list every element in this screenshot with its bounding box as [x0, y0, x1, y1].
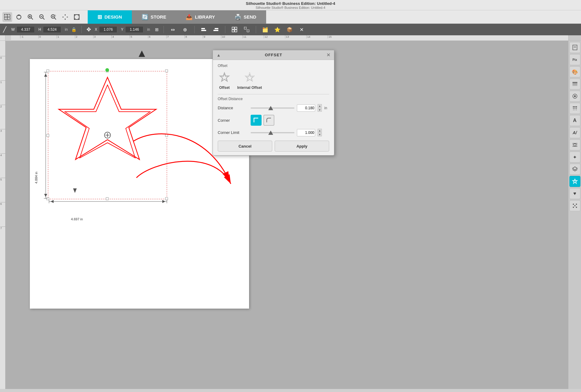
- svg-line-10: [43, 18, 45, 19]
- tab-library[interactable]: 📤 LIBRARY: [176, 10, 225, 24]
- offset-panel-header: ▲ OFFSET ✕: [213, 50, 334, 60]
- select-tool-button[interactable]: [2, 12, 12, 22]
- sidebar-adjust-button[interactable]: [569, 139, 580, 150]
- tab-library-label: LIBRARY: [195, 14, 215, 19]
- sidebar-offset-button[interactable]: [569, 176, 580, 187]
- width-input[interactable]: [16, 26, 35, 33]
- corner-limit-slider[interactable]: [251, 132, 294, 133]
- sidebar-lines-button[interactable]: [569, 79, 580, 89]
- sidebar-pix-button[interactable]: Pix: [569, 54, 580, 65]
- sidebar-page-button[interactable]: [569, 42, 580, 53]
- sidebar-text-button[interactable]: A: [569, 115, 580, 126]
- move-icon: ✥: [86, 26, 91, 33]
- frame-tool-button[interactable]: [72, 12, 82, 22]
- tick-11: 11: [242, 35, 246, 38]
- zoom-in-button[interactable]: [26, 12, 35, 22]
- layer-btn3[interactable]: 📦: [285, 25, 294, 34]
- offset-panel: ▲ OFFSET ✕ Offset: [213, 50, 334, 156]
- svg-point-91: [576, 204, 577, 205]
- up-arrow-indicator: ▲: [136, 47, 147, 60]
- lock-icon: 🔒: [71, 27, 76, 32]
- distance-increment-btn[interactable]: ▲: [318, 104, 322, 108]
- sidebar-halftone-button[interactable]: [569, 103, 580, 114]
- layer-btn2[interactable]: ⭐: [273, 25, 282, 34]
- distance-slider[interactable]: [251, 107, 294, 109]
- library-icon: 📤: [186, 14, 192, 20]
- pan-tool-button[interactable]: [60, 12, 70, 22]
- rotate-tool-button[interactable]: [14, 12, 24, 22]
- tick-12: 12: [264, 35, 268, 38]
- zoom-fit-button[interactable]: [49, 12, 58, 22]
- layer-btn1[interactable]: 🗂️: [261, 25, 269, 34]
- cancel-button[interactable]: Cancel: [218, 141, 272, 152]
- tab-store[interactable]: 🔄 STORE: [132, 10, 176, 24]
- vtick-4: 4: [0, 153, 5, 157]
- panel-buttons: Cancel Apply: [218, 141, 329, 152]
- x-label: X: [95, 27, 97, 32]
- tab-send[interactable]: 🖨️ SEND: [225, 10, 266, 24]
- distance-value-input[interactable]: [297, 104, 315, 112]
- tab-store-label: STORE: [151, 14, 166, 19]
- corner-round-button[interactable]: [263, 115, 274, 126]
- right-sidebar: Pix 🎨 A A/ ✦: [568, 41, 581, 389]
- corner-sharp-button[interactable]: [251, 115, 262, 126]
- corner-limit-row: Corner Limit ▲ ▼: [218, 129, 329, 136]
- svg-point-94: [574, 205, 576, 206]
- x-input[interactable]: [99, 26, 117, 33]
- svg-point-93: [576, 207, 577, 208]
- tick-10: 10: [221, 35, 225, 38]
- distance-label: Distance: [218, 106, 248, 110]
- divider2: [164, 26, 164, 33]
- svg-rect-32: [244, 27, 246, 29]
- tick-5: 5: [130, 35, 132, 38]
- offset-type-row: Offset Internal Offset: [218, 71, 329, 90]
- corner-options: [251, 115, 274, 126]
- group-btn[interactable]: [230, 25, 239, 34]
- corner-limit-decrement-btn[interactable]: ▼: [318, 133, 322, 136]
- vtick-0: 0: [0, 56, 5, 59]
- sidebar-textstyle-button[interactable]: A/: [569, 127, 580, 138]
- svg-rect-31: [235, 30, 237, 32]
- center-btn[interactable]: ⊕: [181, 25, 189, 34]
- svg-rect-83: [574, 144, 576, 146]
- svg-point-92: [573, 207, 574, 208]
- store-icon: 🔄: [142, 14, 148, 20]
- svg-line-6: [31, 18, 33, 19]
- height-input[interactable]: [43, 26, 61, 33]
- sidebar-magic-button[interactable]: ✦: [569, 152, 580, 163]
- corner-limit-input[interactable]: [297, 129, 315, 136]
- line-tool-icon: ╱: [3, 26, 6, 33]
- tick-0: 0: [38, 35, 41, 38]
- ungroup-btn[interactable]: [242, 25, 251, 34]
- delete-btn[interactable]: ✕: [298, 25, 306, 34]
- y-input[interactable]: [125, 26, 143, 33]
- internal-offset-type-label: Internal Offset: [237, 86, 262, 90]
- align-right-btn[interactable]: [212, 25, 220, 34]
- tab-design[interactable]: ⊞ DESIGN: [88, 10, 132, 24]
- unit-label: in: [65, 27, 68, 32]
- apply-button[interactable]: Apply: [275, 141, 329, 152]
- panel-minimize-button[interactable]: ▲: [217, 53, 221, 58]
- sidebar-dots-button[interactable]: [569, 200, 580, 211]
- tick-9: 9: [203, 35, 205, 38]
- offset-type-label: Offset: [219, 86, 230, 90]
- sidebar-hearts-button[interactable]: ♥: [569, 188, 580, 199]
- svg-point-72: [574, 95, 576, 97]
- tab-design-label: DESIGN: [104, 14, 122, 19]
- panel-close-button[interactable]: ✕: [326, 52, 330, 58]
- corner-limit-increment-btn[interactable]: ▲: [318, 129, 322, 132]
- sidebar-effects-button[interactable]: [569, 91, 580, 102]
- align-left-btn[interactable]: [199, 25, 208, 34]
- sidebar-palette-button[interactable]: 🎨: [569, 66, 580, 77]
- zoom-out-button[interactable]: [37, 12, 47, 22]
- distance-decrement-btn[interactable]: ▼: [318, 108, 322, 112]
- ruler-ticks: -1 0 1 2 3 4 5 6 7 8 9 10 11 12 13 14 15: [11, 35, 568, 40]
- tick--1: -1: [20, 35, 23, 38]
- divider1: [81, 26, 82, 33]
- tick-6: 6: [148, 35, 150, 38]
- tick-15: 15: [328, 35, 332, 38]
- height-dimension: 4.884 in: [34, 172, 38, 184]
- svg-rect-24: [201, 28, 205, 29]
- align-btn[interactable]: ⇔: [169, 25, 177, 34]
- sidebar-layers-button[interactable]: [569, 164, 580, 175]
